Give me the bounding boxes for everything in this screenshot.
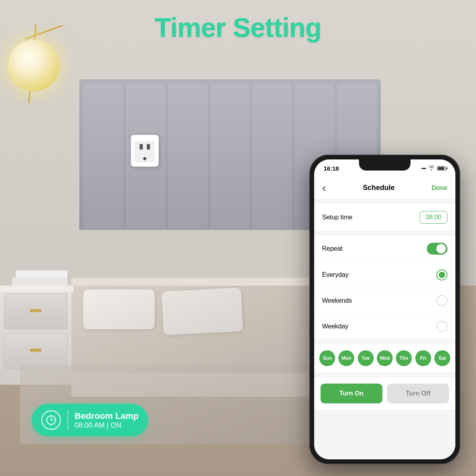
schedule-content: Setup time 08:00 Repeat Everyday [314,199,455,459]
nightstand-top [0,286,73,292]
headboard-panel [168,83,208,230]
badge-clock-icon [41,410,61,430]
turn-off-button[interactable]: Turn Off [387,384,449,403]
badge-info: Bedroom Lamp 08:00 AM | ON [75,411,138,430]
everyday-label: Everyday [322,271,349,278]
turn-on-button[interactable]: Turn On [321,384,382,403]
day-thu[interactable]: Thu [396,350,412,366]
phone-device: 16:18 ▪▪▪▪ ‹ Schedule Done [309,155,460,464]
headboard-panel [83,83,123,230]
svg-point-3 [51,415,52,416]
lamp-globe [8,40,60,91]
everyday-row[interactable]: Everyday [314,262,455,288]
weekends-row[interactable]: Weekends [314,288,455,314]
repeat-label: Repeat [322,245,343,252]
status-icons: ▪▪▪▪ [421,165,446,171]
nav-title: Schedule [363,184,395,192]
smart-plug [131,135,159,167]
outlet-slot-left [140,144,143,150]
weekends-label: Weekends [322,297,352,304]
nightstand-drawer [4,294,67,329]
outlet-ground [143,157,146,160]
app-content: ‹ Schedule Done Setup time 08:00 Repeat [314,177,455,459]
pillow-left [83,290,155,329]
info-badge: Bedroom Lamp 08:00 AM | ON [32,404,148,436]
day-sun[interactable]: Sun [319,350,335,366]
repeat-row: Repeat [314,236,455,262]
svg-point-4 [51,424,52,425]
setup-time-section: Setup time 08:00 [314,204,455,231]
pillow-right [161,288,243,335]
battery-icon [437,166,446,171]
time-value[interactable]: 08:00 [420,211,447,224]
books-stack [4,270,67,286]
drawer-handle [30,309,42,312]
signal-icon: ▪▪▪▪ [421,166,426,171]
action-section: Turn On Turn Off [314,377,455,410]
headboard-panel [252,83,292,230]
outlet-slot-right [147,144,150,150]
nightstand-drawer-2 [4,333,67,369]
svg-point-5 [46,420,48,421]
svg-point-6 [55,420,56,421]
everyday-radio[interactable] [436,269,447,280]
repeat-section: Repeat Everyday Weekends Weekday [314,236,455,339]
weekday-row[interactable]: Weekday [314,314,455,339]
day-fri[interactable]: Fri [415,350,431,366]
day-sat[interactable]: Sat [434,350,450,366]
book-top [16,271,67,278]
day-mon[interactable]: Mon [338,350,354,366]
badge-time-status: 08:00 AM | ON [75,421,138,430]
book-bottom [12,278,67,286]
days-row: Sun Mon Tue Wed Thu Fri Sat [319,350,451,366]
drawer-handle-2 [30,349,42,352]
phone-notch [359,159,411,171]
setup-time-row: Setup time 08:00 [314,204,455,231]
back-button[interactable]: ‹ [322,182,326,194]
setup-time-label: Setup time [322,214,352,221]
outlet-face [135,141,155,163]
weekends-radio[interactable] [436,295,447,306]
action-row: Turn On Turn Off [321,384,449,403]
days-section: Sun Mon Tue Wed Thu Fri Sat [314,344,455,372]
headboard-panel [210,83,250,230]
page-title: Timer Setting [0,12,476,43]
day-tue[interactable]: Tue [358,350,374,366]
day-wed[interactable]: Wed [377,350,393,366]
status-time: 16:18 [324,165,339,172]
nav-bar: ‹ Schedule Done [314,177,455,199]
weekday-label: Weekday [322,323,348,330]
badge-device-name: Bedroom Lamp [75,411,138,421]
phone-screen: 16:18 ▪▪▪▪ ‹ Schedule Done [314,159,455,459]
done-button[interactable]: Done [432,184,447,192]
repeat-toggle[interactable] [427,243,447,255]
badge-divider [67,410,68,430]
wifi-icon [428,165,435,171]
weekday-radio[interactable] [436,321,447,332]
